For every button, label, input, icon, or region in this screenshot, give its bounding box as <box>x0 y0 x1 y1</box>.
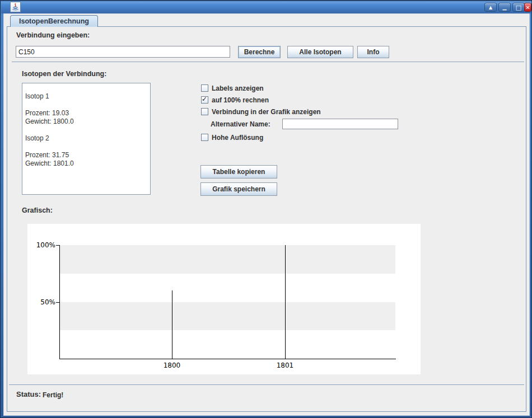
close-icon: ✕ <box>525 4 530 11</box>
isotopen-textarea[interactable]: Isotop 1 Prozent: 19.03 Gewicht: 1800.0 … <box>22 83 151 195</box>
y-tick-mark <box>56 302 59 303</box>
verbindung-input[interactable] <box>16 46 230 58</box>
verbindung-label: Verbindung eingeben: <box>16 31 90 39</box>
tab-label: IsotopenBerechnung <box>19 17 89 25</box>
arrow-up-icon: ▲ <box>489 5 492 10</box>
app-content: IsotopenBerechnung Verbindung eingeben: … <box>4 14 529 415</box>
java-menu-button[interactable] <box>10 2 21 12</box>
tab-isotopenberechnung[interactable]: IsotopenBerechnung <box>10 15 98 27</box>
alle-isotopen-button[interactable]: Alle Isotopen <box>287 46 353 58</box>
checkbox-label: Hohe Auflösung <box>212 134 263 142</box>
checkbox-box[interactable] <box>201 134 208 141</box>
info-button[interactable]: Info <box>357 46 389 58</box>
section-separator <box>12 62 524 62</box>
alternativer-name-input[interactable] <box>282 119 398 129</box>
chart-x-axis <box>59 359 396 359</box>
maximize-icon: □ <box>516 4 521 11</box>
window-close-button[interactable]: ✕ <box>524 3 531 12</box>
alternativer-name-label: Alternativer Name: <box>211 120 270 128</box>
chart-panel: 100%50%18001801 <box>27 224 421 374</box>
checkbox-labels-anzeigen[interactable]: Labels anzeigen <box>201 84 264 92</box>
status-value: Fertig! <box>43 391 63 399</box>
window-shade-button[interactable]: ▲ <box>484 3 497 12</box>
y-tick-label: 50% <box>32 298 55 306</box>
window-minimize-button[interactable]: ▁ <box>498 3 511 12</box>
x-tick-label: 1800 <box>158 361 186 369</box>
chart-peak <box>285 245 286 359</box>
checkbox-auf-100-rechnen[interactable]: ✓ auf 100% rechnen <box>201 96 269 104</box>
grafisch-label: Grafisch: <box>22 206 53 214</box>
minimize-icon: ▁ <box>503 6 507 9</box>
app-window: ▲ ▁ □ ✕ IsotopenBerechnung Verbindung ei… <box>0 0 532 418</box>
checkbox-label: Labels anzeigen <box>212 84 264 92</box>
status-label: Status: <box>16 390 41 398</box>
check-icon: ✓ <box>202 95 207 103</box>
checkbox-hohe-aufloesung[interactable]: Hohe Auflösung <box>201 133 263 142</box>
y-tick-mark <box>56 245 59 246</box>
checkbox-box[interactable]: ✓ <box>201 96 208 104</box>
checkbox-box[interactable] <box>201 108 208 115</box>
window-maximize-button[interactable]: □ <box>512 3 525 12</box>
tabelle-kopieren-button[interactable]: Tabelle kopieren <box>200 165 277 179</box>
chart-peak <box>172 290 172 359</box>
checkbox-label: auf 100% rechnen <box>212 96 269 104</box>
chart-gray-band <box>60 302 395 331</box>
grafik-speichern-button[interactable]: Grafik speichern <box>200 182 277 196</box>
status-separator <box>9 384 524 385</box>
chart-gray-band <box>60 245 395 274</box>
checkbox-box[interactable] <box>201 84 208 92</box>
checkbox-label: Verbindung in der Grafik anzeigen <box>212 108 321 116</box>
berechne-button[interactable]: Berechne <box>238 46 281 58</box>
checkbox-verbindung-in-grafik[interactable]: Verbindung in der Grafik anzeigen <box>201 107 321 116</box>
y-tick-label: 100% <box>32 241 55 249</box>
window-titlebar: ▲ ▁ □ ✕ <box>1 1 532 13</box>
x-tick-label: 1801 <box>271 361 299 369</box>
isotopen-label: Isotopen der Verbindung: <box>22 70 106 78</box>
java-cup-icon <box>11 4 20 13</box>
